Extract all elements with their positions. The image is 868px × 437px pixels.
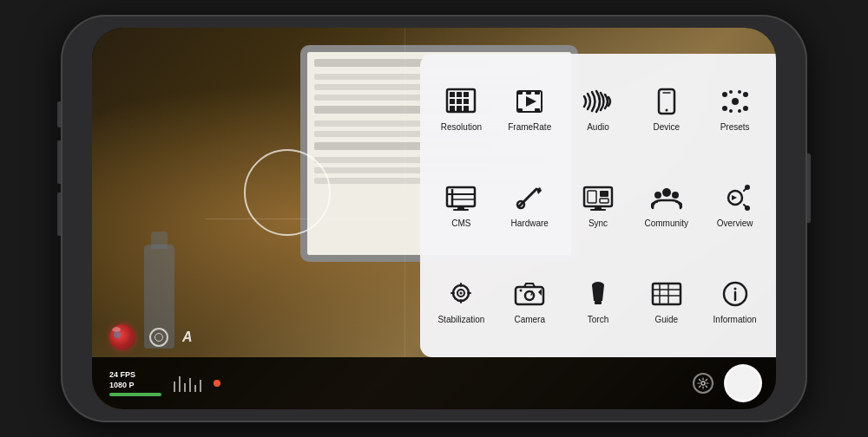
crosshair-vertical: [404, 28, 405, 357]
svg-rect-7: [464, 92, 469, 97]
menu-item-camera[interactable]: Camera: [496, 254, 564, 350]
svg-point-38: [662, 188, 671, 197]
tick: [189, 378, 191, 392]
svg-point-23: [743, 106, 748, 111]
tick: [174, 382, 175, 392]
menu-item-guide[interactable]: Guide: [632, 254, 700, 350]
overview-label: Overview: [717, 218, 753, 229]
svg-point-25: [738, 90, 741, 94]
svg-point-43: [745, 205, 750, 211]
tick: [200, 380, 201, 392]
bottom-toolbar: 24 FPS 1080 P: [92, 357, 776, 409]
focus-button[interactable]: [149, 328, 168, 347]
svg-point-42: [745, 185, 750, 190]
svg-rect-2: [450, 99, 455, 104]
svg-point-39: [654, 192, 661, 199]
menu-item-sync[interactable]: Sync: [564, 157, 633, 253]
guide-icon: [649, 278, 684, 310]
torch-label: Torch: [588, 315, 608, 325]
svg-rect-3: [450, 106, 455, 111]
svg-point-64: [701, 382, 705, 385]
resolution-icon: [444, 86, 478, 117]
menu-item-stabilization[interactable]: Stabilization: [427, 254, 496, 350]
svg-point-40: [672, 192, 679, 199]
siri-button[interactable]: [109, 324, 135, 350]
menu-item-hardware[interactable]: Hardware: [496, 157, 564, 253]
sync-icon: [581, 182, 615, 213]
svg-rect-14: [517, 108, 523, 112]
exposure-button[interactable]: A: [182, 329, 193, 345]
focus-circle[interactable]: [244, 149, 331, 236]
svg-rect-15: [535, 108, 540, 112]
camera-icon: [512, 278, 547, 310]
mute-button[interactable]: [57, 101, 61, 127]
svg-rect-9: [464, 106, 469, 111]
device-label: Device: [654, 122, 681, 133]
framerate-icon: [512, 86, 547, 117]
svg-point-46: [460, 292, 463, 295]
fps-display: 24 FPS 1080 P: [109, 370, 161, 395]
svg-point-26: [729, 109, 733, 113]
information-label: Information: [713, 315, 757, 325]
svg-rect-11: [517, 91, 523, 95]
menu-item-resolution[interactable]: Resolution: [427, 61, 496, 157]
community-label: Community: [645, 218, 689, 229]
guide-label: Guide: [654, 315, 678, 325]
svg-rect-51: [516, 287, 543, 304]
hardware-icon: [512, 182, 547, 213]
menu-item-framerate[interactable]: FrameRate: [496, 61, 564, 157]
stabilization-label: Stabilization: [437, 315, 484, 325]
tick: [179, 376, 181, 392]
framerate-label: FrameRate: [508, 122, 551, 133]
svg-rect-12: [526, 91, 531, 95]
settings-menu: Resolution FrameRate: [420, 54, 776, 357]
menu-item-community[interactable]: Community: [632, 157, 700, 253]
svg-rect-35: [600, 199, 608, 203]
focus-icon-inner: [155, 333, 163, 342]
menu-item-cms[interactable]: CMS: [427, 157, 496, 253]
settings-button[interactable]: [693, 373, 713, 394]
hardware-label: Hardware: [511, 218, 549, 229]
svg-point-21: [743, 92, 748, 97]
record-indicator: [214, 380, 220, 387]
green-bar: [109, 393, 161, 396]
audio-label: Audio: [587, 122, 609, 133]
phone-frame: Resolution FrameRate: [61, 15, 807, 422]
information-icon: [718, 278, 753, 310]
volume-down-button[interactable]: [57, 192, 61, 236]
menu-item-torch[interactable]: Torch: [564, 254, 633, 350]
svg-rect-5: [457, 99, 462, 104]
menu-item-overview[interactable]: Overview: [700, 157, 769, 253]
svg-rect-55: [595, 301, 602, 304]
svg-rect-1: [450, 92, 455, 97]
camera-label: Camera: [514, 315, 545, 325]
presets-label: Presets: [720, 122, 750, 133]
menu-item-information[interactable]: Information: [700, 254, 769, 350]
torch-icon: [581, 278, 615, 310]
svg-point-53: [520, 290, 523, 292]
stabilization-icon: [444, 278, 478, 310]
phone-screen: Resolution FrameRate: [92, 28, 776, 409]
svg-point-62: [733, 288, 736, 290]
svg-point-19: [732, 98, 739, 105]
svg-point-22: [722, 106, 727, 111]
svg-rect-4: [457, 92, 462, 97]
tick: [194, 385, 196, 392]
svg-point-27: [738, 109, 741, 113]
bottom-right-controls: [693, 364, 762, 402]
svg-point-20: [722, 92, 727, 97]
camera-bottom-controls: A: [109, 324, 193, 350]
tick: [184, 383, 186, 392]
resolution-label: Resolution: [441, 122, 482, 133]
cms-label: CMS: [451, 218, 470, 229]
menu-item-device[interactable]: Device: [632, 61, 700, 157]
menu-item-presets[interactable]: Presets: [700, 61, 769, 157]
device-icon: [649, 86, 684, 117]
svg-point-17: [665, 108, 667, 111]
power-button[interactable]: [807, 153, 811, 223]
menu-item-audio[interactable]: Audio: [564, 61, 633, 157]
svg-rect-33: [588, 191, 596, 203]
volume-up-button[interactable]: [57, 140, 61, 184]
shutter-button[interactable]: [724, 364, 762, 402]
svg-rect-6: [457, 106, 462, 111]
